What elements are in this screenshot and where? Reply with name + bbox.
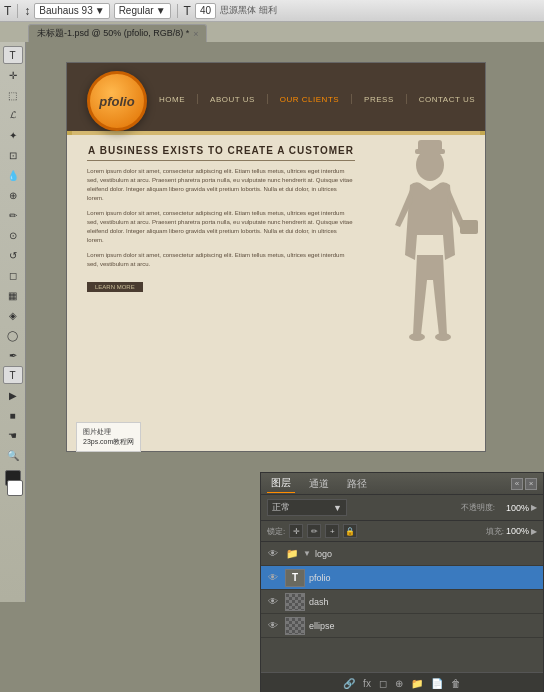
watermark-line1: 图片处理 <box>83 427 134 437</box>
layer-visibility-ellipse[interactable]: 👁 <box>265 618 281 634</box>
new-layer-icon[interactable]: 📄 <box>431 678 443 689</box>
eyedropper-tool[interactable]: 💧 <box>3 166 23 184</box>
tab-paths[interactable]: 路径 <box>343 475 371 493</box>
logo-text: pfolio <box>99 94 134 109</box>
lock-label: 锁定: <box>267 526 285 537</box>
tab-layers[interactable]: 图层 <box>267 474 295 493</box>
history-tool[interactable]: ↺ <box>3 246 23 264</box>
canvas-area: pfolio HOME ABOUT US OUR CLIENTS PRESS C… <box>26 42 544 472</box>
font-family-dropdown[interactable]: Bauhaus 93 ▼ <box>34 3 109 19</box>
heal-tool[interactable]: ⊕ <box>3 186 23 204</box>
opacity-arrow-icon[interactable]: ▶ <box>531 503 537 512</box>
layer-item-dash[interactable]: 👁 dash <box>261 590 543 614</box>
lock-move-icon[interactable]: ✛ <box>289 524 303 538</box>
lock-brush-icon[interactable]: ✏ <box>307 524 321 538</box>
layer-list: 👁 📁 ▼ logo 👁 T pfolio 👁 dash 👁 <box>261 542 543 672</box>
pen-tool[interactable]: ✒ <box>3 346 23 364</box>
tab-filename: 未标题-1.psd @ 50% (pfolio, RGB/8) * <box>37 27 189 40</box>
blend-mode-dropdown[interactable]: 正常 ▼ <box>267 499 347 516</box>
type-tool[interactable]: T <box>3 46 23 64</box>
cta-button[interactable]: LEARN MORE <box>87 282 143 292</box>
panels-area: 图层 通道 路径 « × 正常 ▼ 不透明度: 100% ▶ 锁定: ✛ ✏ <box>26 472 544 692</box>
opacity-value[interactable]: 100% <box>497 503 529 513</box>
dodge-tool[interactable]: ◯ <box>3 326 23 344</box>
layers-blend-row: 正常 ▼ 不透明度: 100% ▶ <box>261 495 543 521</box>
marquee-tool[interactable]: ⬚ <box>3 86 23 104</box>
nav-press[interactable]: PRESS <box>364 95 394 104</box>
layer-thumb-ellipse <box>285 617 305 635</box>
business-figure <box>365 135 485 415</box>
site-nav: HOME ABOUT US OUR CLIENTS PRESS CONTACT … <box>159 63 485 135</box>
layer-visibility-pfolio[interactable]: 👁 <box>265 570 281 586</box>
layer-visibility-logo[interactable]: 👁 <box>265 546 281 562</box>
lock-position-icon[interactable]: + <box>325 524 339 538</box>
website-preview: pfolio HOME ABOUT US OUR CLIENTS PRESS C… <box>66 62 486 452</box>
move-tool[interactable]: ✛ <box>3 66 23 84</box>
site-header: pfolio HOME ABOUT US OUR CLIENTS PRESS C… <box>67 63 485 135</box>
nav-divider-1 <box>197 94 198 104</box>
layer-mask-icon[interactable]: ◻ <box>379 678 387 689</box>
fill-control: 填充: 100% ▶ <box>486 526 537 537</box>
site-paragraph-3: Lorem ipsum dolor sit amet, consectetur … <box>87 251 355 269</box>
opacity-control: 不透明度: 100% ▶ <box>461 502 537 513</box>
font-style-dropdown[interactable]: Regular ▼ <box>114 3 171 19</box>
clone-tool[interactable]: ⊙ <box>3 226 23 244</box>
site-paragraph-1: Lorem ipsum dolor sit amet, consectetur … <box>87 167 355 203</box>
shape-tool[interactable]: ■ <box>3 406 23 424</box>
svg-rect-1 <box>460 220 478 234</box>
layer-item-logo[interactable]: 👁 📁 ▼ logo <box>261 542 543 566</box>
layer-item-pfolio[interactable]: 👁 T pfolio <box>261 566 543 590</box>
watermark: 图片处理 23ps.com教程网 <box>76 422 141 452</box>
tab-channels[interactable]: 通道 <box>305 475 333 493</box>
color-background[interactable] <box>7 480 23 496</box>
delete-layer-icon[interactable]: 🗑 <box>451 678 461 689</box>
hand-tool[interactable]: ☚ <box>3 426 23 444</box>
fill-arrow-icon[interactable]: ▶ <box>531 527 537 536</box>
fill-label: 填充: <box>486 526 504 537</box>
layer-style-icon[interactable]: fx <box>363 678 371 689</box>
link-layers-icon[interactable]: 🔗 <box>343 678 355 689</box>
text-tool-icon-2[interactable]: T <box>184 4 191 18</box>
panel-collapse-btn[interactable]: « <box>511 478 523 490</box>
svg-point-3 <box>435 333 451 341</box>
site-content: A BUSINESS EXISTS TO CREATE A CUSTOMER L… <box>67 135 485 445</box>
nav-clients[interactable]: OUR CLIENTS <box>280 95 339 104</box>
lasso-tool[interactable]: 𝓛 <box>3 106 23 124</box>
eraser-tool[interactable]: ◻ <box>3 266 23 284</box>
brush-tool[interactable]: ✏ <box>3 206 23 224</box>
layer-expand-arrow-logo[interactable]: ▼ <box>303 549 311 558</box>
tab-close-button[interactable]: × <box>193 29 198 39</box>
blur-tool[interactable]: ◈ <box>3 306 23 324</box>
tab-bar: 未标题-1.psd @ 50% (pfolio, RGB/8) * × <box>0 22 544 42</box>
text-tool-icon[interactable]: T <box>4 4 11 18</box>
layer-item-ellipse[interactable]: 👁 ellipse <box>261 614 543 638</box>
layer-name-logo: logo <box>315 549 539 559</box>
nav-contact[interactable]: CONTACT US <box>419 95 475 104</box>
nav-divider-4 <box>406 94 407 104</box>
left-toolbar: T ✛ ⬚ 𝓛 ✦ ⊡ 💧 ⊕ ✏ ⊙ ↺ ◻ ▦ ◈ ◯ ✒ T ▶ ■ ☚ … <box>0 42 26 602</box>
new-group-icon[interactable]: 📁 <box>411 678 423 689</box>
gradient-tool[interactable]: ▦ <box>3 286 23 304</box>
document-tab[interactable]: 未标题-1.psd @ 50% (pfolio, RGB/8) * × <box>28 24 207 42</box>
nav-divider-2 <box>267 94 268 104</box>
nav-home[interactable]: HOME <box>159 95 185 104</box>
layer-visibility-dash[interactable]: 👁 <box>265 594 281 610</box>
nav-about[interactable]: ABOUT US <box>210 95 255 104</box>
magic-wand-tool[interactable]: ✦ <box>3 126 23 144</box>
text-tool-left[interactable]: T <box>3 366 23 384</box>
top-toolbar: T ↕ Bauhaus 93 ▼ Regular ▼ T 40 思源黑体 细利 <box>0 0 544 22</box>
crop-tool[interactable]: ⊡ <box>3 146 23 164</box>
panel-collapse-buttons: « × <box>511 478 537 490</box>
path-selection-tool[interactable]: ▶ <box>3 386 23 404</box>
lock-all-icon[interactable]: 🔒 <box>343 524 357 538</box>
toolbar-separator-2 <box>177 4 178 18</box>
panel-close-btn[interactable]: × <box>525 478 537 490</box>
adjustment-layer-icon[interactable]: ⊕ <box>395 678 403 689</box>
size-icon[interactable]: ↕ <box>24 4 30 18</box>
font-size-dropdown[interactable]: 40 <box>195 3 216 19</box>
layer-name-pfolio: pfolio <box>309 573 539 583</box>
fill-value[interactable]: 100% <box>506 526 529 536</box>
panel-header: 图层 通道 路径 « × <box>261 473 543 495</box>
layer-name-ellipse: ellipse <box>309 621 539 631</box>
zoom-tool[interactable]: 🔍 <box>3 446 23 464</box>
